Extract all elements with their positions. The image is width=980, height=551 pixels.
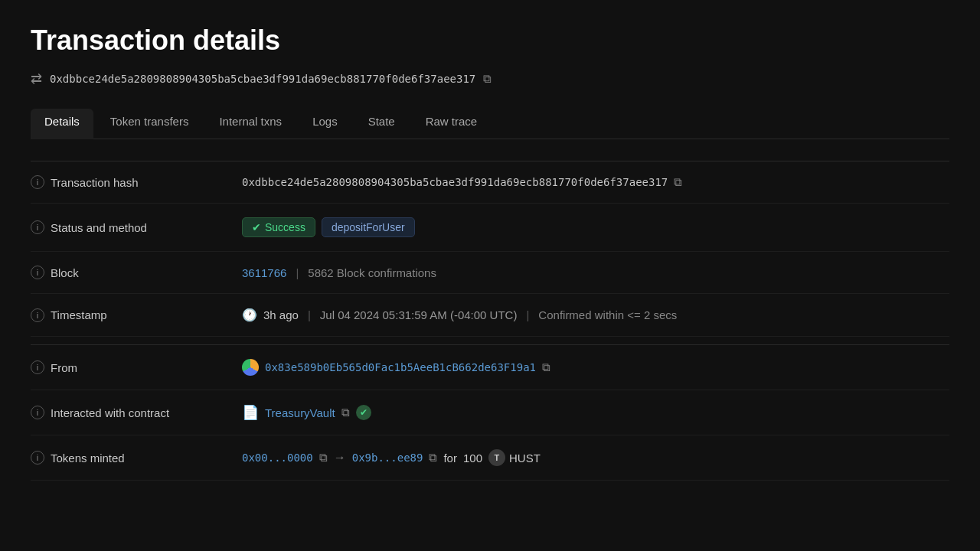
label-text-block: Block <box>51 266 79 279</box>
block-divider: | <box>296 266 299 279</box>
value-from: 0x83e589b0Eb565d0Fac1b5AeeB1cB662de63F19… <box>242 359 949 376</box>
row-interacted-contract: i Interacted with contract 📄 TreasuryVau… <box>31 390 949 435</box>
label-text-timestamp: Timestamp <box>51 308 107 321</box>
header-tx-hash: 0xdbbce24de5a2809808904305ba5cbae3df991d… <box>50 73 475 85</box>
info-icon-tokens[interactable]: i <box>31 451 44 465</box>
tokens-to-address[interactable]: 0x9b...ee89 <box>352 452 423 464</box>
value-tokens-minted: 0x00...0000 ⧉ → 0x9b...ee89 ⧉ for 100 T … <box>242 449 949 466</box>
token-amount: 100 <box>463 452 482 465</box>
clock-icon: 🕐 <box>242 308 257 322</box>
tab-details[interactable]: Details <box>31 109 93 139</box>
tabs-container: Details Token transfers Internal txns Lo… <box>31 109 949 139</box>
header-tx-hash-row: ⇄ 0xdbbce24de5a2809808904305ba5cbae3df99… <box>31 70 949 87</box>
tab-logs[interactable]: Logs <box>299 109 351 139</box>
copy-tokens-from-icon[interactable]: ⧉ <box>319 451 328 465</box>
status-text: Success <box>265 221 305 233</box>
tab-state[interactable]: State <box>354 109 409 139</box>
from-address-link[interactable]: 0x83e589b0Eb565d0Fac1b5AeeB1cB662de63F19… <box>265 361 536 373</box>
tab-internal-txns[interactable]: Internal txns <box>205 109 296 139</box>
label-transaction-hash: i Transaction hash <box>31 175 230 189</box>
info-icon-block[interactable]: i <box>31 266 44 279</box>
header-copy-icon[interactable]: ⧉ <box>483 72 492 86</box>
arrow-icon: → <box>334 451 346 465</box>
tokens-from-address[interactable]: 0x00...0000 <box>242 452 313 464</box>
token-circle-icon: T <box>488 449 505 466</box>
timestamp-confirmed: Confirmed within <= 2 secs <box>538 308 677 321</box>
block-confirmations: 5862 Block confirmations <box>308 266 436 279</box>
row-tokens-minted: i Tokens minted 0x00...0000 ⧉ → 0x9b...e… <box>31 435 949 481</box>
value-interacted-contract: 📄 TreasuryVault ⧉ ✔ <box>242 404 949 421</box>
info-icon-timestamp[interactable]: i <box>31 308 44 322</box>
details-section: i Transaction hash 0xdbbce24de5a28098089… <box>31 161 949 337</box>
label-text-from: From <box>51 361 77 374</box>
section-addresses: i From 0x83e589b0Eb565d0Fac1b5AeeB1cB662… <box>31 344 949 481</box>
token-for-label: for <box>443 452 457 465</box>
row-status-method: i Status and method ✔ Success depositFor… <box>31 204 949 252</box>
copy-from-icon[interactable]: ⧉ <box>542 360 550 374</box>
token-badge: T HUST <box>488 449 541 466</box>
label-block: i Block <box>31 266 230 279</box>
label-status-method: i Status and method <box>31 220 230 234</box>
info-icon-contract[interactable]: i <box>31 406 44 419</box>
row-from: i From 0x83e589b0Eb565d0Fac1b5AeeB1cB662… <box>31 345 949 390</box>
value-timestamp: 🕐 3h ago | Jul 04 2024 05:31:59 AM (-04:… <box>242 308 949 322</box>
token-symbol: HUST <box>509 452 541 465</box>
contract-name-link[interactable]: TreasuryVault <box>265 406 335 419</box>
label-text-tokens-minted: Tokens minted <box>51 452 125 465</box>
info-icon-status[interactable]: i <box>31 220 44 234</box>
label-text-status-method: Status and method <box>51 221 147 234</box>
method-badge: depositForUser <box>322 217 415 237</box>
page-title: Transaction details <box>31 24 949 57</box>
info-icon-tx-hash[interactable]: i <box>31 175 44 189</box>
label-tokens-minted: i Tokens minted <box>31 451 230 465</box>
label-from: i From <box>31 360 230 374</box>
value-transaction-hash: 0xdbbce24de5a2809808904305ba5cbae3df991d… <box>242 175 949 189</box>
tab-raw-trace[interactable]: Raw trace <box>412 109 492 139</box>
label-text-interacted-contract: Interacted with contract <box>51 406 169 419</box>
copy-tokens-to-icon[interactable]: ⧉ <box>429 451 437 465</box>
block-number-link[interactable]: 3611766 <box>242 266 286 279</box>
status-badge: ✔ Success <box>242 217 315 237</box>
value-block: 3611766 | 5862 Block confirmations <box>242 266 949 279</box>
verified-icon: ✔ <box>356 405 371 420</box>
timestamp-ago: 3h ago <box>263 308 299 321</box>
check-icon-status: ✔ <box>252 221 261 233</box>
info-icon-from[interactable]: i <box>31 360 44 374</box>
label-interacted-contract: i Interacted with contract <box>31 406 230 419</box>
copy-contract-icon[interactable]: ⧉ <box>341 406 350 419</box>
contract-doc-icon: 📄 <box>242 404 259 421</box>
tx-hash-value: 0xdbbce24de5a2809808904305ba5cbae3df991d… <box>242 176 668 188</box>
timestamp-divider1: | <box>308 308 311 321</box>
copy-tx-hash-icon[interactable]: ⧉ <box>674 175 682 189</box>
transfer-icon: ⇄ <box>31 70 42 87</box>
row-block: i Block 3611766 | 5862 Block confirmatio… <box>31 252 949 294</box>
label-timestamp: i Timestamp <box>31 308 230 322</box>
value-status-method: ✔ Success depositForUser <box>242 217 949 237</box>
row-timestamp: i Timestamp 🕐 3h ago | Jul 04 2024 05:31… <box>31 294 949 337</box>
timestamp-full: Jul 04 2024 05:31:59 AM (-04:00 UTC) <box>320 308 518 321</box>
timestamp-divider2: | <box>526 308 529 321</box>
tab-token-transfers[interactable]: Token transfers <box>96 109 203 139</box>
row-transaction-hash: i Transaction hash 0xdbbce24de5a28098089… <box>31 161 949 204</box>
label-text-transaction-hash: Transaction hash <box>51 176 139 189</box>
from-avatar-icon <box>242 359 259 376</box>
